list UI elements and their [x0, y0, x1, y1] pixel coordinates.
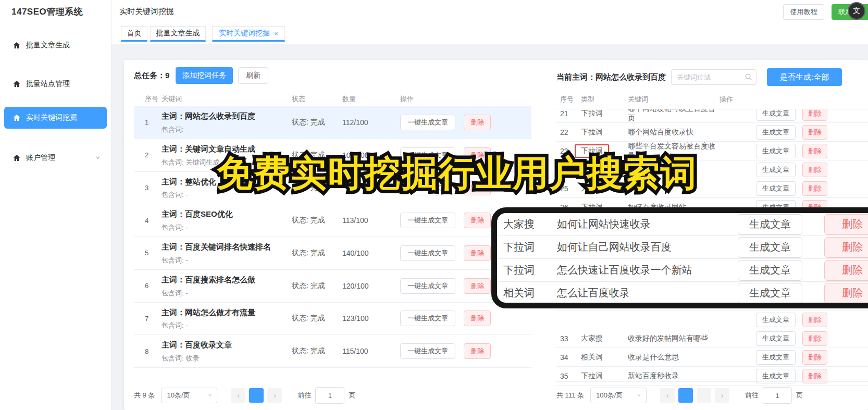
page-number-button[interactable] — [697, 388, 711, 403]
row-index: 35 — [560, 372, 581, 380]
total-count: 共 111 条 — [556, 391, 584, 400]
keyword-text: 如何让自己网站收录百度 — [557, 240, 738, 254]
count-text: 113/100 — [342, 216, 400, 225]
page-unit-label: 页 — [796, 391, 803, 400]
tasks-toolbar: 总任务：9 添加挖词任务 刷新 — [134, 67, 268, 84]
page-size-select[interactable]: 100条/页 ˅ — [590, 388, 647, 403]
generate-article-button[interactable]: 生成文章 — [738, 237, 802, 258]
generate-article-button[interactable]: 生成文章 — [756, 350, 796, 365]
page-number-button[interactable] — [249, 388, 264, 403]
status-text: 状态: 完成 — [292, 118, 342, 127]
row-index: 33 — [560, 334, 581, 343]
generate-article-button[interactable]: 生成文章 — [756, 331, 796, 346]
status-text: 状态: 完成 — [292, 314, 342, 323]
add-task-button[interactable]: 添加挖词任务 — [176, 67, 233, 84]
delete-button[interactable]: 删除 — [824, 214, 868, 235]
magnified-callout-box: 大家搜 如何让网站快速收录 生成文章 删除 下拉词 如何让自己网站收录百度 生成… — [491, 207, 868, 308]
table-row[interactable]: 35 下拉词 新站百度秒收录 生成文章 删除 — [556, 367, 868, 386]
count-text: 115/100 — [342, 347, 400, 355]
delete-button[interactable]: 删除 — [464, 245, 491, 261]
generate-article-button[interactable]: 一键生成文章 — [400, 213, 455, 228]
delete-button[interactable]: 删除 — [824, 260, 868, 281]
delete-button[interactable]: 删除 — [464, 310, 491, 326]
sidebar-item[interactable]: 批量站点管理 — [4, 73, 107, 95]
generate-article-button[interactable]: 生成文章 — [738, 260, 802, 281]
next-page-button[interactable]: › — [715, 388, 729, 403]
delete-button[interactable]: 删除 — [464, 213, 491, 228]
page-buttons — [678, 388, 711, 403]
generate-article-button[interactable]: 生成文章 — [756, 181, 796, 196]
table-row[interactable]: 22 下拉词 哪个网站百度收录快 生成文章 删除 — [556, 123, 868, 142]
page-size-select[interactable]: 10条/页 ˅ — [161, 388, 217, 403]
tutorial-button[interactable]: 使用教程 — [783, 4, 824, 20]
generate-article-button[interactable]: 生成文章 — [738, 214, 802, 235]
delete-button[interactable]: 删除 — [802, 350, 827, 365]
table-row[interactable]: 21 下拉词 哪个网站发帖可以上百度首页 生成文章 删除 — [556, 109, 868, 123]
keyword-text: 哪个网站百度收录快 — [628, 128, 720, 137]
table-row[interactable]: 6 主词：百度搜索排名怎么做 包含词: - 状态: 完成 120/100 一键生… — [134, 270, 531, 303]
status-text: 状态: 完成 — [292, 281, 342, 291]
goto-page-input[interactable] — [763, 387, 792, 404]
delete-button[interactable]: 删除 — [464, 115, 491, 130]
table-row[interactable]: 生成文章 删除 — [556, 310, 868, 329]
table-row[interactable]: 8 主词：百度收录文章 包含词: 收录 状态: 完成 115/100 一键生成文… — [134, 335, 531, 368]
table-row[interactable]: 4 主词：百度SEO优化 包含词: - 状态: 完成 113/100 一键生成文… — [134, 204, 531, 237]
keyword-text: 怎么快速让百度收录一个新站 — [557, 263, 738, 277]
sidebar-item[interactable]: 账户管理 ˅ — [4, 147, 107, 169]
include-word: 包含词: - — [162, 321, 292, 330]
sidebar-item[interactable]: 实时关键词挖掘 — [4, 107, 107, 129]
generate-article-button[interactable]: 生成文章 — [756, 163, 796, 177]
delete-button[interactable]: 删除 — [802, 181, 827, 196]
generate-article-button[interactable]: 生成文章 — [756, 125, 796, 140]
table-row[interactable]: 33 大家搜 收录好的发帖网站有哪些 生成文章 删除 — [556, 329, 868, 348]
table-row[interactable]: 1 主词：网站怎么收录到百度 包含词: - 状态: 完成 112/100 一键生… — [134, 106, 531, 139]
generate-article-button[interactable]: 一键生成文章 — [400, 310, 455, 326]
page-number-button[interactable] — [678, 388, 693, 403]
delete-button[interactable]: 删除 — [802, 125, 827, 140]
tab-batch-articles[interactable]: 批量文章生成 — [150, 26, 206, 42]
delete-button[interactable]: 删除 — [802, 163, 827, 177]
generate-article-button[interactable]: 生成文章 — [756, 313, 796, 327]
tab-strip: 首页 批量文章生成 实时关键词挖掘 × — [111, 23, 868, 44]
tab-label: 实时关键词挖掘 — [219, 29, 270, 38]
keyword-text: 收录是什么意思 — [628, 353, 720, 362]
generate-article-button[interactable]: 一键生成文章 — [400, 245, 455, 261]
keyword-filter-input[interactable] — [671, 69, 757, 85]
generate-article-button[interactable]: 生成文章 — [756, 109, 796, 121]
delete-button[interactable]: 删除 — [824, 237, 868, 258]
sidebar-item-label: 实时关键词挖掘 — [26, 113, 77, 122]
table-row[interactable]: 34 相关词 收录是什么意思 生成文章 删除 — [556, 348, 868, 367]
table-row[interactable]: 5 主词：百度关键词排名快速排名 包含词: - 状态: 完成 140/100 一… — [134, 237, 531, 270]
top-bar: 实时关键词挖掘 使用教程 联系 文 — [111, 0, 868, 23]
page-buttons — [249, 388, 264, 403]
keywords-table-header: 序号 类型 关键词 操作 — [556, 92, 868, 109]
tab-home[interactable]: 首页 — [121, 26, 147, 42]
sidebar-item[interactable]: 批量文章生成 — [4, 34, 107, 56]
generate-article-button[interactable]: 一键生成文章 — [400, 278, 455, 294]
divider — [556, 381, 868, 382]
generate-all-button[interactable]: 是否生成:全部 — [767, 68, 842, 86]
column-header: 关键词 — [162, 94, 292, 104]
close-icon[interactable]: × — [274, 30, 278, 38]
next-page-button[interactable]: › — [267, 388, 282, 403]
delete-button[interactable]: 删除 — [464, 343, 491, 359]
translate-icon[interactable]: 文 — [848, 2, 865, 20]
delete-button[interactable]: 删除 — [464, 278, 491, 294]
delete-button[interactable]: 删除 — [802, 313, 827, 327]
prev-page-button[interactable]: ‹ — [231, 388, 245, 403]
generate-article-button[interactable]: 一键生成文章 — [400, 115, 455, 130]
translate-icon-char: 文 — [853, 6, 860, 16]
goto-page-input[interactable] — [315, 387, 344, 404]
table-row[interactable]: 7 主词：网站怎么做才有流量 包含词: - 状态: 完成 123/100 一键生… — [134, 303, 531, 336]
generate-article-button[interactable]: 一键生成文章 — [400, 343, 455, 359]
delete-button[interactable]: 删除 — [802, 144, 827, 158]
delete-button[interactable]: 删除 — [802, 331, 827, 346]
prev-page-button[interactable]: ‹ — [660, 388, 675, 403]
generate-article-button[interactable]: 生成文章 — [756, 144, 796, 158]
delete-button[interactable]: 删除 — [824, 283, 868, 304]
refresh-button[interactable]: 刷新 — [238, 67, 268, 84]
delete-button[interactable]: 删除 — [802, 109, 827, 121]
generate-article-button[interactable]: 生成文章 — [738, 283, 802, 304]
tab-keyword-mining[interactable]: 实时关键词挖掘 × — [212, 26, 285, 42]
tasks-table-body: 1 主词：网站怎么收录到百度 包含词: - 状态: 完成 112/100 一键生… — [134, 106, 531, 368]
